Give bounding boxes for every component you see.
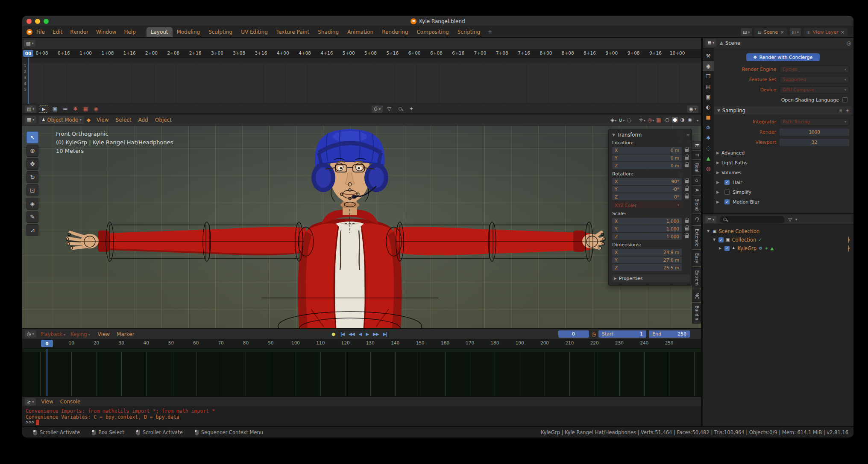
lock-icon[interactable] bbox=[685, 220, 689, 223]
section-volumes[interactable]: ▶Volumes bbox=[716, 168, 849, 177]
modifiers-properties-tab-icon[interactable]: ⚙ bbox=[703, 123, 714, 133]
section-advanced[interactable]: ▶Advanced bbox=[716, 149, 849, 157]
integrator-dropdown[interactable]: Path Tracing bbox=[780, 118, 849, 125]
blender-menu-icon[interactable] bbox=[26, 29, 32, 35]
lock-icon[interactable] bbox=[685, 157, 689, 160]
annotate-tool-icon[interactable]: ✎ bbox=[26, 211, 38, 223]
n-panel-tab-it[interactable]: It bbox=[692, 141, 701, 150]
location-x-field[interactable]: X0 m bbox=[612, 147, 682, 154]
play-button[interactable]: ▶ bbox=[364, 331, 370, 337]
dope-toggle-selected-icon[interactable]: ▣ bbox=[51, 106, 59, 112]
dope-toggle-channels-icon[interactable]: ◉ bbox=[92, 106, 100, 112]
cursor-tool-icon[interactable]: ⊕ bbox=[26, 145, 38, 157]
view-layer-unlink-icon[interactable]: × bbox=[841, 29, 845, 35]
gizmo-dropdown[interactable]: ✛ bbox=[639, 117, 645, 123]
dope-marker-dropdown[interactable]: ▤ bbox=[24, 40, 35, 47]
dimension-x-field[interactable]: X24.9 m bbox=[612, 249, 682, 256]
hair-checkbox[interactable]: ✓ bbox=[724, 180, 730, 185]
shading-material-icon[interactable]: ◑ bbox=[680, 117, 686, 123]
n-panel-tab-t[interactable]: T bbox=[692, 151, 701, 159]
scene-unlink-icon[interactable]: × bbox=[780, 29, 784, 35]
sampling-panel-header[interactable]: ▼ Sampling ≡ + bbox=[714, 106, 853, 114]
pin-icon[interactable]: ◎ bbox=[847, 40, 851, 46]
dope-channel-area[interactable]: 12345 bbox=[22, 58, 701, 105]
dimension-y-field[interactable]: Y27.6 m bbox=[612, 257, 682, 263]
lock-icon[interactable] bbox=[685, 228, 689, 231]
shading-options-dropdown[interactable] bbox=[696, 117, 698, 123]
n-panel-tab-real[interactable]: Real bbox=[692, 160, 701, 175]
render-with-concierge-button[interactable]: ❖ Render with Concierge bbox=[746, 53, 820, 61]
n-panel-tab-extrem[interactable]: Extrem bbox=[692, 267, 701, 289]
lock-icon[interactable] bbox=[685, 188, 689, 191]
disclosure-arrow-icon[interactable]: ▼ bbox=[706, 229, 710, 233]
location-z-field[interactable]: Z0 m bbox=[612, 162, 682, 169]
mode-dropdown[interactable]: ♟ Object Mode bbox=[39, 116, 84, 124]
dope-filter-button[interactable]: ▶ bbox=[39, 105, 48, 113]
n-panel-tab-a[interactable]: A bbox=[692, 186, 701, 195]
tab-animation[interactable]: Animation bbox=[343, 27, 378, 37]
outliner-search-input[interactable] bbox=[720, 216, 785, 223]
view-layer-properties-tab-icon[interactable]: ▤ bbox=[703, 82, 714, 92]
viewport-menu-object[interactable]: Object bbox=[152, 117, 175, 123]
editor-type-dropdown[interactable]: ▤ bbox=[25, 105, 36, 113]
collection-checkbox[interactable]: ✓ bbox=[724, 246, 730, 251]
tab-layout[interactable]: Layout bbox=[147, 27, 173, 37]
dope-current-frame-tag[interactable]: 00 bbox=[23, 50, 33, 57]
next-keyframe-button[interactable]: ▶▶ bbox=[371, 331, 380, 337]
viewport-menu-view[interactable]: View bbox=[93, 117, 112, 123]
dope-snap-dropdown[interactable]: ⊙ bbox=[372, 105, 383, 113]
viewport-menu-select[interactable]: Select bbox=[112, 117, 135, 123]
proportional-edit-icon[interactable]: ◌ bbox=[627, 117, 631, 123]
console-menu-console[interactable]: Console bbox=[57, 399, 84, 405]
start-frame-field[interactable]: Start 1 bbox=[598, 330, 646, 338]
render-engine-dropdown[interactable]: Cycles bbox=[780, 66, 849, 73]
n-panel-tab-o[interactable]: o bbox=[692, 176, 701, 185]
physics-properties-tab-icon[interactable]: ◌ bbox=[703, 143, 714, 153]
viewport-canvas[interactable]: Front Orthographic (0) KyleGrp | Kyle Ra… bbox=[22, 125, 701, 328]
tab-scripting[interactable]: Scripting bbox=[453, 27, 484, 37]
shading-solid-icon[interactable]: ● bbox=[672, 117, 678, 123]
tab-shading[interactable]: Shading bbox=[314, 27, 343, 37]
object-properties-tab-icon[interactable]: ■ bbox=[703, 112, 714, 123]
snap-magnet-icon[interactable]: ∪ bbox=[619, 117, 625, 123]
outliner-row-scene-collection[interactable]: ▼▣Scene Collection bbox=[703, 227, 853, 235]
material-properties-tab-icon[interactable]: ◍ bbox=[703, 163, 714, 174]
dope-toggle-hidden-icon[interactable]: ≔ bbox=[61, 106, 69, 112]
n-panel-tab-extende[interactable]: Extende bbox=[692, 226, 701, 249]
auto-key-button[interactable]: ● bbox=[330, 331, 337, 337]
dope-ruler[interactable]: 0+080+161+001+081+162+002+082+163+003+08… bbox=[22, 49, 701, 58]
mode-context-icon[interactable]: ◆ bbox=[87, 117, 91, 123]
timeline-keyframe-area[interactable] bbox=[22, 349, 701, 396]
viewport-field[interactable]: 32 bbox=[780, 139, 849, 146]
outliner-display-dropdown[interactable]: ≣ bbox=[705, 216, 716, 223]
tab-modeling[interactable]: Modeling bbox=[173, 27, 205, 37]
output-properties-tab-icon[interactable]: ❐ bbox=[703, 71, 714, 82]
location-y-field[interactable]: Y0 m bbox=[612, 155, 682, 161]
console-editor-type-dropdown[interactable]: ≥ bbox=[25, 398, 36, 406]
dope-proportional-dropdown[interactable]: ◉ bbox=[687, 105, 698, 113]
world-properties-tab-icon[interactable]: ◐ bbox=[703, 102, 714, 112]
zoom-button[interactable] bbox=[44, 19, 49, 24]
scale-z-field[interactable]: Z1.000 bbox=[612, 233, 682, 240]
outliner-row-kylegrp[interactable]: ▶✓✦KyleGrp⚙∗▲ bbox=[703, 244, 853, 252]
dope-search-icon[interactable] bbox=[396, 104, 405, 114]
motion-blur-checkbox[interactable]: ✓ bbox=[724, 199, 730, 204]
view-layer-selector[interactable]: ◫ View Layer × bbox=[803, 28, 847, 36]
jump-to-start-button[interactable]: |◀ bbox=[339, 331, 346, 337]
filter-dropdown-icon[interactable]: ▾ bbox=[795, 217, 798, 222]
outliner-row-collection[interactable]: ▼✓▣Collection✓ bbox=[703, 236, 853, 244]
scene-selector[interactable]: ▤ Scene × bbox=[754, 28, 787, 36]
tab-compositing[interactable]: Compositing bbox=[412, 27, 453, 37]
tab-sculpting[interactable]: Sculpting bbox=[204, 27, 237, 37]
move-tool-icon[interactable]: ✥ bbox=[26, 158, 38, 170]
properties-panel-header[interactable]: ▶ Properties bbox=[612, 274, 690, 282]
previous-keyframe-button[interactable]: ◀◀ bbox=[347, 331, 356, 337]
n-panel-tab-cr[interactable]: Cr bbox=[692, 214, 701, 225]
lock-icon[interactable] bbox=[685, 149, 689, 152]
tab-texture-paint[interactable]: Texture Paint bbox=[272, 27, 314, 37]
filter-funnel-icon[interactable]: ▽ bbox=[788, 217, 792, 222]
dope-toggle-modifiers-icon[interactable]: ▦ bbox=[82, 106, 89, 112]
section-light-paths[interactable]: ▶Light Paths bbox=[716, 158, 849, 167]
lock-icon[interactable] bbox=[685, 196, 689, 198]
view-layer-browse-button[interactable]: ◫ bbox=[790, 28, 801, 36]
